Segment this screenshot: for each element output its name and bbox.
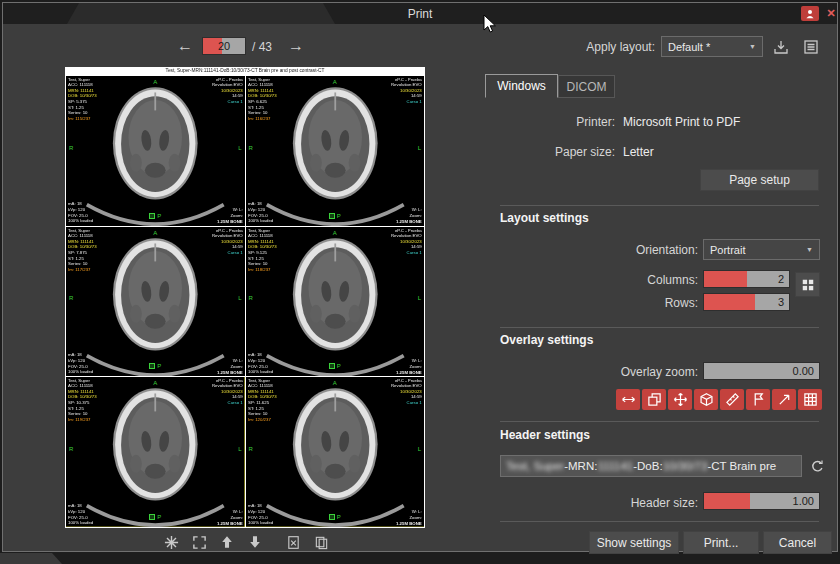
posterior-marker: P bbox=[329, 213, 341, 219]
overlay-top-left: Test, SuperACC: 111118MRN: 111141DOB: 10… bbox=[248, 378, 277, 423]
header-segment: -MRN: bbox=[564, 460, 597, 472]
orientation-label: Orientation: bbox=[558, 243, 698, 257]
move-page-down-button[interactable] bbox=[243, 531, 267, 553]
overlay-top-left: Test, SuperACC: 111118MRN: 111141DOB: 10… bbox=[68, 77, 97, 122]
overlay-bottom-left: mA: 18kVp: 120FOV: 25.0100% loaded bbox=[68, 504, 93, 526]
overlay-bottom-left: mA: 18kVp: 120FOV: 25.0100% loaded bbox=[248, 353, 273, 375]
posterior-marker: P bbox=[149, 363, 161, 369]
tab-dicom[interactable]: DICOM bbox=[558, 75, 615, 98]
preview-cell[interactable]: Test, SuperACC: 111118MRN: 111141DOB: 10… bbox=[66, 227, 245, 377]
preview-cell[interactable]: Test, SuperACC: 111118MRN: 111141DOB: 10… bbox=[66, 76, 245, 226]
previous-page-button[interactable]: ← bbox=[173, 34, 197, 58]
stack-overlay-icon[interactable] bbox=[642, 389, 666, 410]
cube-overlay-icon[interactable] bbox=[694, 389, 718, 410]
preview-cell[interactable]: Test, SuperACC: 111118MRN: 111141DOB: 10… bbox=[246, 227, 425, 377]
overlay-top-left: Test, SuperACC: 111118MRN: 111141DOB: 10… bbox=[68, 378, 97, 423]
preview-toolbar bbox=[159, 531, 333, 553]
left-marker: L bbox=[418, 295, 421, 301]
anterior-marker: A bbox=[333, 230, 337, 236]
overlay-bottom-left: mA: 18kVp: 120FOV: 25.0100% loaded bbox=[248, 504, 273, 526]
right-marker: R bbox=[249, 145, 253, 151]
paper-size-label: Paper size: bbox=[523, 145, 615, 159]
print-dialog: Print ✕ ← 20 / 43 → Apply layout: Defaul… bbox=[2, 2, 838, 552]
ruler-overlay-icon[interactable] bbox=[720, 389, 744, 410]
cancel-button[interactable]: Cancel bbox=[763, 531, 832, 554]
header-segment-redacted: 111141 bbox=[597, 460, 633, 472]
save-layout-button[interactable] bbox=[769, 35, 793, 59]
fit-width-overlay-icon[interactable] bbox=[616, 389, 640, 410]
separator bbox=[500, 421, 819, 422]
left-arrow-icon: ← bbox=[177, 38, 193, 54]
overlay-top-right: eP.C - PruebaRevolution EVO10/30/202314:… bbox=[212, 228, 243, 256]
right-marker: R bbox=[249, 295, 253, 301]
overlay-bottom-left: mA: 18kVp: 120FOV: 25.0100% loaded bbox=[248, 202, 273, 224]
overlay-settings-heading: Overlay settings bbox=[500, 333, 593, 347]
header-size-fill bbox=[704, 493, 750, 509]
orientation-box-icon bbox=[329, 213, 335, 219]
overlay-zoom-label: Overlay zoom: bbox=[548, 365, 698, 379]
pan-overlay-icon[interactable] bbox=[668, 389, 692, 410]
columns-slider[interactable]: 2 bbox=[703, 270, 790, 288]
overlay-zoom-slider[interactable]: 0.00 bbox=[703, 362, 820, 380]
left-marker: L bbox=[418, 145, 421, 151]
page-number-slider[interactable]: 20 bbox=[202, 37, 246, 55]
anterior-marker: A bbox=[153, 380, 157, 386]
right-marker: R bbox=[69, 295, 73, 301]
grid-size-picker-button[interactable] bbox=[795, 272, 820, 297]
background-tab-shape bbox=[0, 553, 64, 564]
preview-cell[interactable]: Test, SuperACC: 111118MRN: 111141DOB: 10… bbox=[66, 377, 245, 527]
dialog-title: Print bbox=[3, 7, 837, 21]
duplicate-page-button[interactable] bbox=[309, 531, 333, 553]
rows-value: 3 bbox=[778, 296, 784, 308]
preview-cell[interactable]: Test, SuperACC: 111118MRN: 111141DOB: 10… bbox=[246, 377, 425, 527]
grid-size-picker-icon bbox=[801, 278, 815, 292]
layout-select-value: Default * bbox=[668, 41, 710, 53]
orientation-select[interactable]: Portrait ▼ bbox=[703, 239, 820, 260]
right-marker: R bbox=[69, 446, 73, 452]
overlay-top-right: eP.C - PruebaRevolution EVO10/30/202314:… bbox=[212, 77, 243, 105]
tab-windows[interactable]: Windows bbox=[485, 74, 558, 98]
fullscreen-button[interactable] bbox=[187, 531, 211, 553]
user-session-icon[interactable] bbox=[801, 6, 819, 21]
layout-settings-heading: Layout settings bbox=[500, 211, 589, 225]
save-layout-icon bbox=[773, 39, 789, 55]
move-page-up-button[interactable] bbox=[215, 531, 239, 553]
burst-icon bbox=[164, 535, 179, 550]
separator bbox=[500, 205, 819, 206]
orientation-box-icon bbox=[149, 514, 155, 520]
posterior-marker: P bbox=[149, 514, 161, 520]
delete-page-button[interactable] bbox=[281, 531, 305, 553]
overlay-top-right: eP.C - PruebaRevolution EVO10/30/202314:… bbox=[212, 378, 243, 406]
orientation-box-icon bbox=[329, 514, 335, 520]
reset-header-button[interactable] bbox=[806, 455, 828, 477]
arrow-overlay-icon[interactable] bbox=[772, 389, 796, 410]
screen: Print ✕ ← 20 / 43 → Apply layout: Defaul… bbox=[0, 0, 840, 564]
header-segment: -CT Brain pre bbox=[707, 460, 776, 472]
header-text-field[interactable]: Test, Super -MRN: 111141 -DoB: 10/30/73 … bbox=[500, 455, 802, 477]
tab-dicom-label: DICOM bbox=[567, 80, 607, 94]
orientation-box-icon bbox=[149, 363, 155, 369]
page-total-label: / 43 bbox=[252, 40, 272, 54]
layout-select[interactable]: Default * ▼ bbox=[661, 36, 763, 57]
posterior-marker: P bbox=[149, 213, 161, 219]
layout-manager-button[interactable] bbox=[799, 35, 823, 59]
refresh-preview-button[interactable] bbox=[159, 531, 183, 553]
flag-overlay-icon[interactable] bbox=[746, 389, 770, 410]
header-size-slider[interactable]: 1.00 bbox=[703, 492, 820, 510]
page-setup-button[interactable]: Page setup bbox=[700, 169, 819, 191]
posterior-marker: P bbox=[329, 363, 341, 369]
show-settings-button[interactable]: Show settings bbox=[589, 531, 679, 554]
grid-overlay-icon[interactable] bbox=[798, 389, 822, 410]
orientation-box-icon bbox=[329, 363, 335, 369]
delete-page-icon bbox=[286, 535, 301, 550]
right-marker: R bbox=[69, 145, 73, 151]
columns-value: 2 bbox=[778, 273, 784, 285]
separator bbox=[500, 521, 819, 522]
preview-cell[interactable]: Test, SuperACC: 111118MRN: 111141DOB: 10… bbox=[246, 76, 425, 226]
print-button[interactable]: Print... bbox=[683, 531, 759, 554]
next-page-button[interactable]: → bbox=[284, 34, 308, 58]
close-icon[interactable]: ✕ bbox=[823, 5, 839, 22]
overlay-bottom-right: W: L:Zoom:1.25M BONE bbox=[396, 358, 422, 375]
rows-slider[interactable]: 3 bbox=[703, 293, 790, 311]
preview-grid: Test, SuperACC: 111118MRN: 111141DOB: 10… bbox=[66, 76, 424, 527]
